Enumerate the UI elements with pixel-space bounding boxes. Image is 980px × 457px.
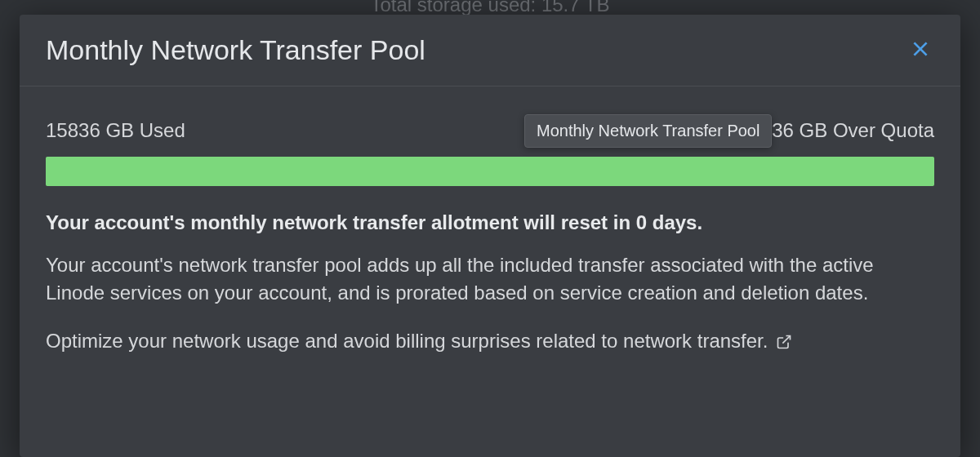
modal-title: Monthly Network Transfer Pool <box>46 34 425 66</box>
reset-text: Your account's monthly network transfer … <box>46 209 934 237</box>
used-label: 15836 GB Used <box>46 119 185 142</box>
progress-bar <box>46 157 934 186</box>
background-storage-text: Total storage used: 15.7 TB <box>370 0 609 16</box>
close-icon <box>910 38 931 62</box>
over-quota-label: 836 GB Over Quota <box>761 119 934 142</box>
close-button[interactable] <box>906 35 934 65</box>
modal-body: Monthly Network Transfer Pool 15836 GB U… <box>20 87 960 375</box>
optimize-link[interactable]: Optimize your network usage and avoid bi… <box>46 327 768 356</box>
modal-header: Monthly Network Transfer Pool <box>20 15 960 87</box>
external-link-icon[interactable] <box>776 334 792 350</box>
svg-line-2 <box>783 335 791 343</box>
description-text: Your account's network transfer pool add… <box>46 251 934 308</box>
transfer-pool-modal: Monthly Network Transfer Pool Monthly Ne… <box>20 15 960 457</box>
optimize-row: Optimize your network usage and avoid bi… <box>46 327 934 356</box>
stats-row: 15836 GB Used 836 GB Over Quota <box>46 119 934 142</box>
tooltip: Monthly Network Transfer Pool <box>524 114 772 148</box>
